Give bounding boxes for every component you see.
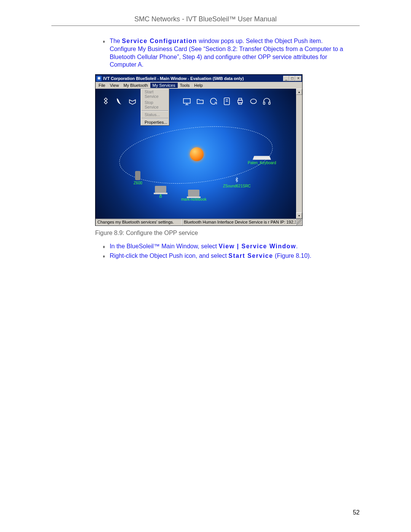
vertical-scrollbar[interactable]: ▴ ▾ <box>296 89 302 219</box>
laptop-icon <box>188 190 199 197</box>
bullet-list-bottom: ♦ In the BlueSoleil™ Main Window, select… <box>103 243 348 260</box>
dropdown-start-service[interactable]: Start Service <box>141 89 169 99</box>
local-device-sun-icon[interactable] <box>190 147 204 161</box>
menubar: File View My Bluetooth My Services Tools… <box>96 82 302 89</box>
bullet-diamond-icon: ♦ <box>103 254 105 259</box>
bullet-text: In the BlueSoleil™ Main Window, select V… <box>110 243 298 251</box>
my-services-dropdown: Start Service Stop Service Status... Pro… <box>140 88 169 126</box>
bullet-diamond-icon: ♦ <box>103 244 105 249</box>
dun-service-icon[interactable] <box>114 96 124 106</box>
bluetooth-canvas[interactable]: Z600 A mark-notebook ZSound621SRC <box>96 89 296 219</box>
service-toolbar <box>101 96 272 106</box>
dropdown-separator <box>142 118 168 119</box>
status-right: Bluetooth Human Interface Device Service… <box>182 219 296 225</box>
menu-my-services[interactable]: My Services <box>150 83 178 88</box>
device-z600[interactable]: Z600 <box>134 171 142 185</box>
scroll-down-button[interactable]: ▾ <box>296 212 302 219</box>
device-keyboard[interactable]: Paten_Keyboard <box>248 155 276 165</box>
bullet-diamond-icon: ♦ <box>103 39 105 44</box>
pan-service-icon[interactable] <box>101 96 111 106</box>
menu-view[interactable]: View <box>108 83 121 88</box>
minimize-button[interactable]: _ <box>283 76 289 81</box>
device-zsound[interactable]: ZSound621SRC <box>223 176 251 188</box>
device-mark-notebook[interactable]: mark-notebook <box>181 190 207 201</box>
title-divider <box>51 26 360 26</box>
bluetooth-app-icon: ✱ <box>96 76 102 81</box>
svg-rect-3 <box>239 98 242 100</box>
statusbar: Changes my Bluetooth services' settings.… <box>96 219 302 225</box>
scroll-up-button[interactable]: ▴ <box>296 89 302 95</box>
figure-screenshot: ✱ IVT Corporation BlueSoleil - Main Wind… <box>95 74 360 226</box>
scroll-track[interactable] <box>296 95 302 212</box>
bullet-text: Right-click the Object Push icon, and se… <box>110 252 311 260</box>
menu-help[interactable]: Help <box>192 83 205 88</box>
sync-service-icon[interactable] <box>209 96 218 106</box>
document-title: SMC Networks - IVT BlueSoleil™ User Manu… <box>51 15 360 23</box>
bluetooth-icon <box>234 176 239 183</box>
app-window: ✱ IVT Corporation BlueSoleil - Main Wind… <box>95 74 303 226</box>
figure-caption: Figure 8.9: Configure the OPP service <box>95 230 360 236</box>
svg-rect-6 <box>269 102 270 104</box>
svg-rect-4 <box>239 103 242 104</box>
svg-rect-2 <box>238 100 242 103</box>
hid-service-icon[interactable] <box>249 96 258 106</box>
ftp-service-icon[interactable] <box>195 96 205 106</box>
menu-my-bluetooth[interactable]: My Bluetooth <box>121 83 150 88</box>
close-button[interactable]: × <box>295 76 301 81</box>
dropdown-status[interactable]: Status... <box>141 112 169 118</box>
keyboard-icon <box>253 156 271 160</box>
titlebar[interactable]: ✱ IVT Corporation BlueSoleil - Main Wind… <box>96 75 302 82</box>
window-title: IVT Corporation BlueSoleil - Main Window… <box>103 76 283 81</box>
opp-service-icon[interactable] <box>222 96 232 106</box>
menu-tools[interactable]: Tools <box>178 83 192 88</box>
printer-service-icon[interactable] <box>235 96 245 106</box>
computer-icon <box>155 186 166 193</box>
bullet-text: The Service Configuration window pops up… <box>110 37 348 69</box>
headset-service-icon[interactable] <box>262 96 272 106</box>
maximize-button[interactable]: □ <box>289 76 295 81</box>
dropdown-separator <box>142 110 168 111</box>
status-left: Changes my Bluetooth services' settings. <box>96 219 182 225</box>
dropdown-properties[interactable]: Properties... <box>141 119 169 125</box>
menu-file[interactable]: File <box>96 83 108 88</box>
bullet-list-top: ♦ The Service Configuration window pops … <box>103 37 348 69</box>
spp-service-icon[interactable] <box>127 96 137 106</box>
resize-grip-icon[interactable] <box>296 219 302 225</box>
lan-service-icon[interactable] <box>182 96 192 106</box>
dropdown-stop-service[interactable]: Stop Service <box>141 99 169 110</box>
svg-rect-5 <box>263 102 265 104</box>
page-number: 52 <box>353 509 360 516</box>
device-a[interactable]: A <box>155 186 166 198</box>
svg-rect-0 <box>183 99 190 103</box>
phone-icon <box>135 171 140 180</box>
